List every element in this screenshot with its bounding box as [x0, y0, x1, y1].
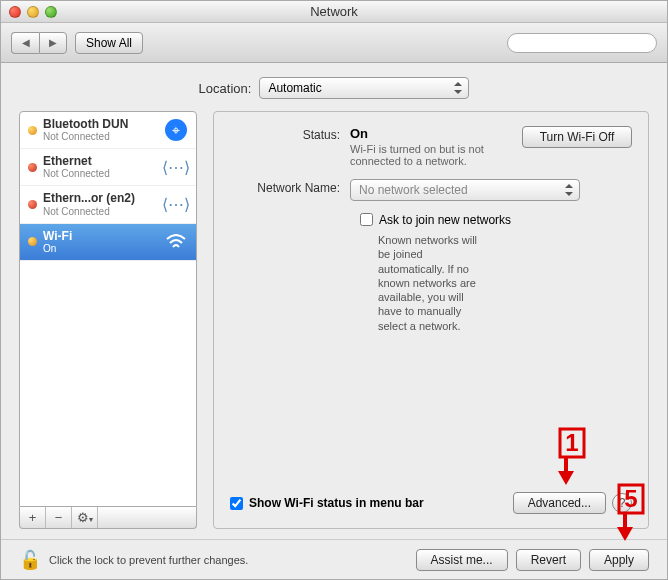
service-status: Not Connected: [43, 206, 158, 217]
main-panels: Bluetooth DUN Not Connected ⌖ Ethernet N…: [19, 111, 649, 529]
network-name-label: Network Name:: [230, 179, 350, 195]
wifi-icon: [164, 230, 188, 254]
status-description: Wi-Fi is turned on but is not connected …: [350, 143, 522, 167]
ethernet-icon: ⟨⋯⟩: [164, 155, 188, 179]
service-status: Not Connected: [43, 131, 158, 142]
svg-marker-7: [617, 527, 633, 541]
service-wifi[interactable]: Wi-Fi On: [20, 224, 196, 261]
bottom-row: Show Wi-Fi status in menu bar Advanced..…: [230, 492, 632, 514]
network-preferences-window: Network ◀ ▶ Show All 🔍 Location: Automat…: [0, 0, 668, 580]
status-dot-icon: [28, 163, 37, 172]
sidebar-actions: + − ⚙▾: [19, 507, 197, 529]
service-status: On: [43, 243, 158, 254]
network-name-select[interactable]: No network selected: [350, 179, 580, 201]
service-name: Wi-Fi: [43, 230, 158, 243]
ask-join-description: Known networks will be joined automatica…: [230, 233, 490, 333]
ask-join-checkbox[interactable]: [360, 213, 373, 226]
service-status: Not Connected: [43, 168, 158, 179]
content-area: Location: Automatic Bluetooth DUN Not Co…: [1, 63, 667, 539]
service-name: Ethernet: [43, 155, 158, 168]
ask-join-row: Ask to join new networks: [230, 213, 632, 227]
advanced-button[interactable]: Advanced...: [513, 492, 606, 514]
add-service-button[interactable]: +: [20, 507, 46, 528]
service-options-button[interactable]: ⚙▾: [72, 507, 98, 528]
service-name: Ethern...or (en2): [43, 192, 158, 205]
svg-text:1: 1: [565, 429, 578, 456]
network-name-row: Network Name: No network selected: [230, 179, 632, 201]
search-input[interactable]: [507, 33, 657, 53]
lock-text: Click the lock to prevent further change…: [49, 554, 248, 566]
status-label: Status:: [230, 126, 350, 142]
services-list: Bluetooth DUN Not Connected ⌖ Ethernet N…: [19, 111, 197, 507]
status-dot-icon: [28, 237, 37, 246]
svg-marker-3: [558, 471, 574, 485]
wifi-toggle-button[interactable]: Turn Wi-Fi Off: [522, 126, 632, 148]
services-sidebar: Bluetooth DUN Not Connected ⌖ Ethernet N…: [19, 111, 197, 529]
titlebar: Network: [1, 1, 667, 23]
service-bluetooth-dun[interactable]: Bluetooth DUN Not Connected ⌖: [20, 112, 196, 149]
toolbar: ◀ ▶ Show All 🔍: [1, 23, 667, 63]
detail-panel: Status: On Wi-Fi is turned on but is not…: [213, 111, 649, 529]
ask-join-label: Ask to join new networks: [379, 213, 511, 227]
status-dot-icon: [28, 126, 37, 135]
show-all-button[interactable]: Show All: [75, 32, 143, 54]
forward-button[interactable]: ▶: [39, 32, 67, 54]
service-name: Bluetooth DUN: [43, 118, 158, 131]
ethernet-icon: ⟨⋯⟩: [164, 192, 188, 216]
show-status-checkbox[interactable]: [230, 497, 243, 510]
footer: 🔓 Click the lock to prevent further chan…: [1, 539, 667, 579]
location-select[interactable]: Automatic: [259, 77, 469, 99]
location-row: Location: Automatic: [19, 77, 649, 99]
revert-button[interactable]: Revert: [516, 549, 581, 571]
svg-rect-0: [560, 429, 584, 457]
service-ethernet[interactable]: Ethernet Not Connected ⟨⋯⟩: [20, 149, 196, 186]
search-wrap: 🔍: [507, 33, 657, 53]
apply-button[interactable]: Apply: [589, 549, 649, 571]
nav-buttons: ◀ ▶: [11, 32, 67, 54]
service-ethernet-en2[interactable]: Ethern...or (en2) Not Connected ⟨⋯⟩: [20, 186, 196, 223]
help-button[interactable]: ?: [612, 493, 632, 513]
lock-icon[interactable]: 🔓: [19, 549, 41, 571]
status-value: On: [350, 126, 522, 141]
location-value: Automatic: [268, 81, 321, 95]
network-name-value: No network selected: [359, 183, 468, 197]
bluetooth-icon: ⌖: [164, 118, 188, 142]
window-title: Network: [1, 4, 667, 19]
annotation-arrow-1: 1: [550, 427, 590, 488]
remove-service-button[interactable]: −: [46, 507, 72, 528]
back-button[interactable]: ◀: [11, 32, 39, 54]
location-label: Location:: [199, 81, 252, 96]
assist-me-button[interactable]: Assist me...: [416, 549, 508, 571]
status-row: Status: On Wi-Fi is turned on but is not…: [230, 126, 632, 167]
show-status-label: Show Wi-Fi status in menu bar: [249, 496, 424, 510]
status-dot-icon: [28, 200, 37, 209]
